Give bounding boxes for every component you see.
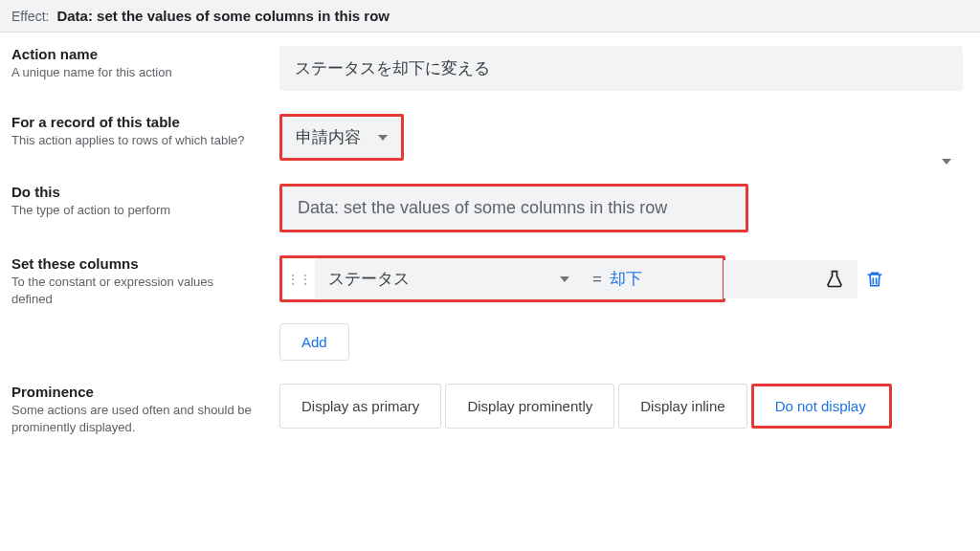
table-select[interactable]: 申請内容 <box>282 117 401 158</box>
chevron-down-icon <box>378 135 388 141</box>
action-name-input[interactable]: ステータスを却下に変える <box>279 46 963 91</box>
do-this-value: Data: set the values of some columns in … <box>298 198 667 218</box>
action-name-label: Action name <box>11 46 256 62</box>
prominence-sub: Some actions are used often and should b… <box>11 402 256 436</box>
table-sub: This action applies to rows of which tab… <box>11 132 256 149</box>
row-table: For a record of this table This action a… <box>11 114 963 161</box>
column-name: ステータス <box>328 268 410 290</box>
set-cols-label: Set these columns <box>11 255 256 272</box>
column-value-text: 却下 <box>610 268 642 290</box>
do-this-select[interactable]: Data: set the values of some columns in … <box>282 187 746 230</box>
effect-label: Effect: <box>11 9 49 24</box>
effect-value: Data: set the values of some columns in … <box>56 8 390 24</box>
action-name-sub: A unique name for this action <box>11 64 256 81</box>
set-cols-sub: To the constant or expression values def… <box>11 274 256 308</box>
table-highlight: 申請内容 <box>279 114 404 161</box>
prominence-opt-inline[interactable]: Display inline <box>618 384 746 429</box>
do-this-label: Do this <box>11 184 256 200</box>
column-select[interactable]: ステータス <box>315 258 583 299</box>
prominence-opt-prominent[interactable]: Display prominently <box>445 384 614 429</box>
drag-handle-icon[interactable]: ⋮⋮ <box>282 272 315 287</box>
do-this-highlight: Data: set the values of some columns in … <box>279 184 748 232</box>
row-prominence: Prominence Some actions are used often a… <box>11 384 963 436</box>
row-action-name: Action name A unique name for this actio… <box>11 46 963 91</box>
prominence-highlight: Do not display <box>751 384 892 429</box>
flask-icon[interactable] <box>825 270 844 289</box>
prominence-options: Display as primary Display prominently D… <box>279 384 963 429</box>
equals-sign: = <box>592 270 602 289</box>
row-do-this: Do this The type of action to perform Da… <box>11 184 963 232</box>
chevron-down-icon <box>560 276 569 282</box>
prominence-label: Prominence <box>11 384 256 400</box>
column-value-input[interactable]: = 却下 <box>579 258 723 299</box>
table-label: For a record of this table <box>11 114 256 130</box>
do-this-sub: The type of action to perform <box>11 202 256 219</box>
row-set-columns: Set these columns To the constant or exp… <box>11 255 963 361</box>
prominence-opt-primary[interactable]: Display as primary <box>279 384 441 429</box>
chevron-down-icon <box>942 159 951 165</box>
effect-header: Effect: Data: set the values of some col… <box>0 0 980 33</box>
table-value: 申請内容 <box>296 126 361 148</box>
trash-icon[interactable] <box>865 270 884 289</box>
add-button[interactable]: Add <box>279 323 349 361</box>
prominence-opt-donotdisplay[interactable]: Do not display <box>754 386 887 426</box>
set-cols-highlight: ⋮⋮ ステータス = 却下 <box>279 255 725 302</box>
form-area: Action name A unique name for this actio… <box>0 33 980 457</box>
